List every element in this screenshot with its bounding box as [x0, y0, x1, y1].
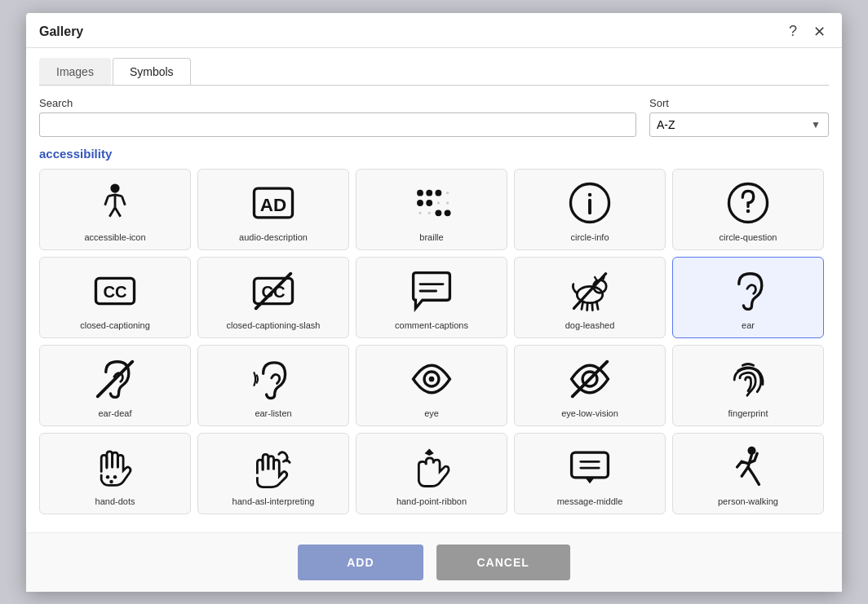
- closed-captioning-svg: CC: [92, 268, 138, 314]
- icon-cell-person-walking[interactable]: person-walking: [672, 433, 824, 514]
- sort-group: Sort A-Z Z-A ▼: [649, 97, 829, 137]
- svg-text:AD: AD: [260, 195, 286, 215]
- svg-point-3: [417, 189, 423, 196]
- svg-point-39: [106, 475, 109, 478]
- icon-name-closed-captioning-slash: closed-captioning-slash: [227, 320, 321, 330]
- dialog-body: Images Symbols Search Sort A-Z Z-A ▼: [26, 48, 842, 532]
- svg-point-19: [746, 209, 750, 212]
- icon-cell-ear[interactable]: ear: [672, 257, 824, 338]
- svg-point-7: [417, 200, 423, 206]
- icon-cell-hand-dots[interactable]: hand-dots: [39, 433, 191, 514]
- icon-name-message-middle: message-middle: [557, 496, 623, 506]
- icon-cell-circle-question[interactable]: circle-question: [672, 169, 824, 250]
- svg-line-31: [592, 302, 593, 310]
- gallery-dialog: Gallery ? ✕ Images Symbols Search Sort A…: [26, 13, 842, 592]
- category-label: accessibility: [39, 147, 829, 161]
- sort-wrapper: A-Z Z-A ▼: [649, 112, 829, 137]
- hand-dots-svg: [92, 444, 138, 490]
- closed-captioning-slash-svg: CC: [250, 268, 296, 314]
- svg-point-6: [446, 192, 449, 194]
- svg-point-0: [110, 183, 119, 192]
- circle-question-svg: [725, 180, 771, 226]
- icon-cell-closed-captioning[interactable]: CC closed-captioning: [39, 257, 191, 338]
- search-label: Search: [39, 97, 636, 109]
- svg-point-8: [426, 200, 432, 206]
- person-walking-svg: [725, 444, 771, 490]
- audio-description-svg: AD: [250, 180, 296, 226]
- svg-point-14: [445, 209, 451, 216]
- svg-point-11: [418, 211, 421, 214]
- icon-name-dog-leashed: dog-leashed: [565, 320, 615, 330]
- icon-cell-hand-point-ribbon[interactable]: hand-point-ribbon: [356, 433, 507, 514]
- icon-cell-fingerprint[interactable]: fingerprint: [672, 345, 824, 426]
- eye-svg: [409, 356, 454, 402]
- svg-line-38: [573, 361, 608, 396]
- svg-line-32: [596, 302, 598, 309]
- svg-point-10: [446, 201, 449, 204]
- sort-label: Sort: [649, 97, 829, 109]
- svg-line-30: [587, 302, 588, 310]
- svg-point-40: [113, 475, 117, 478]
- tab-images[interactable]: Images: [39, 58, 111, 85]
- gallery-scroll: accessible-icon AD audio-description: [39, 169, 829, 522]
- icon-cell-accessible-icon[interactable]: accessible-icon: [39, 169, 191, 250]
- ear-listen-svg: [250, 356, 296, 402]
- icon-name-circle-question: circle-question: [720, 232, 777, 242]
- close-button[interactable]: ✕: [810, 21, 829, 42]
- icon-name-hand-dots: hand-dots: [95, 496, 135, 506]
- tab-bar: Images Symbols: [39, 58, 829, 86]
- titlebar: Gallery ? ✕: [26, 13, 842, 48]
- circle-info-svg: [567, 180, 613, 226]
- icon-name-accessible-icon: accessible-icon: [84, 232, 145, 242]
- svg-point-13: [435, 209, 441, 216]
- tab-symbols[interactable]: Symbols: [113, 58, 191, 85]
- ear-svg: [725, 268, 771, 314]
- message-middle-svg: [567, 444, 613, 490]
- icon-cell-hand-asl-interpreting[interactable]: hand-asl-interpreting: [197, 433, 349, 514]
- icon-cell-braille[interactable]: braille: [356, 169, 507, 250]
- icon-cell-audio-description[interactable]: AD audio-description: [197, 169, 349, 250]
- svg-point-16: [588, 192, 591, 196]
- svg-rect-42: [572, 452, 609, 478]
- dialog-footer: ADD CANCEL: [26, 532, 842, 592]
- icon-name-eye: eye: [424, 408, 439, 418]
- icon-cell-ear-listen[interactable]: ear-listen: [197, 345, 349, 426]
- icon-name-braille: braille: [419, 232, 443, 242]
- hand-point-ribbon-svg: [409, 444, 454, 490]
- eye-low-vision-svg: [567, 356, 613, 402]
- icon-cell-closed-captioning-slash[interactable]: CC closed-captioning-slash: [197, 257, 349, 338]
- ear-deaf-svg: [92, 356, 138, 402]
- accessible-icon-svg: [92, 180, 138, 226]
- icon-name-hand-asl-interpreting: hand-asl-interpreting: [232, 496, 315, 506]
- svg-text:CC: CC: [103, 283, 126, 301]
- titlebar-actions: ? ✕: [786, 21, 829, 42]
- icon-name-ear-listen: ear-listen: [255, 408, 291, 418]
- help-button[interactable]: ?: [786, 21, 800, 42]
- svg-point-5: [435, 189, 441, 196]
- icon-cell-circle-info[interactable]: circle-info: [514, 169, 666, 250]
- add-button[interactable]: ADD: [298, 544, 423, 580]
- icon-name-person-walking: person-walking: [718, 496, 778, 506]
- icon-cell-eye-low-vision[interactable]: eye-low-vision: [514, 345, 666, 426]
- svg-point-4: [426, 189, 432, 196]
- dialog-title: Gallery: [39, 24, 83, 39]
- fingerprint-svg: [725, 356, 771, 402]
- icon-name-closed-captioning: closed-captioning: [80, 320, 150, 330]
- icon-cell-ear-deaf[interactable]: ear-deaf: [39, 345, 191, 426]
- icon-name-eye-low-vision: eye-low-vision: [561, 408, 618, 418]
- search-sort-row: Search Sort A-Z Z-A ▼: [39, 97, 829, 137]
- icon-name-ear: ear: [742, 320, 755, 330]
- icon-cell-eye[interactable]: eye: [356, 345, 507, 426]
- svg-point-12: [428, 211, 431, 214]
- icon-cell-comment-captions[interactable]: comment-captions: [356, 257, 507, 338]
- svg-point-41: [109, 479, 113, 483]
- svg-line-29: [582, 302, 583, 309]
- cancel-button[interactable]: CANCEL: [436, 544, 570, 580]
- search-group: Search: [39, 97, 636, 137]
- icon-cell-message-middle[interactable]: message-middle: [514, 433, 666, 514]
- search-input[interactable]: [39, 112, 636, 137]
- braille-svg: [409, 180, 454, 226]
- icon-cell-dog-leashed[interactable]: dog-leashed: [514, 257, 666, 338]
- sort-select[interactable]: A-Z Z-A: [649, 112, 829, 137]
- icon-name-hand-point-ribbon: hand-point-ribbon: [396, 496, 467, 506]
